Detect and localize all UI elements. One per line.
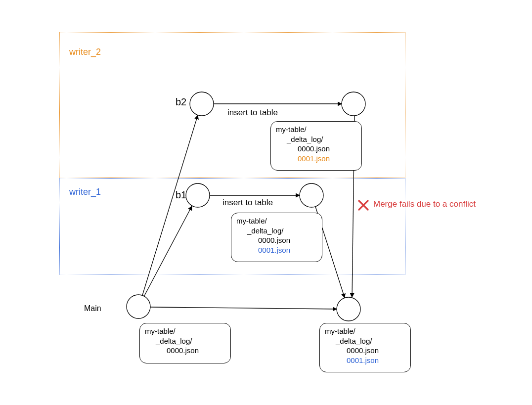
card-main-end-delta-log: my-table/ _delta_log/ 0000.json 0001.jso…: [319, 323, 411, 372]
node-b2: [190, 92, 214, 116]
card-b2-line-2: _delta_log/: [287, 135, 356, 144]
card-main-start-line-2: _delta_log/: [156, 336, 225, 346]
card-b2-delta-log: my-table/ _delta_log/ 0000.json 0001.jso…: [270, 121, 362, 171]
node-b1-label: b1: [176, 189, 186, 201]
card-b1-line-2: _delta_log/: [247, 226, 317, 236]
node-b2-after: [342, 92, 365, 116]
card-main-end-line-4: 0001.json: [347, 356, 405, 365]
arrow-main-to-main-end: [150, 307, 337, 309]
node-b1-after: [300, 183, 323, 207]
node-b1: [186, 183, 210, 207]
card-b2-line-4: 0001.json: [298, 154, 356, 164]
card-b1-line-1: my-table/: [236, 216, 317, 226]
edge-b1-insert-label: insert to table: [222, 198, 273, 208]
card-main-end-line-1: my-table/: [325, 326, 405, 336]
card-b2-line-1: my-table/: [276, 125, 356, 135]
edge-b2-insert-label: insert to table: [227, 108, 278, 118]
node-main-end: [337, 297, 360, 321]
card-main-end-line-2: _delta_log/: [336, 336, 405, 346]
card-b1-line-3: 0000.json: [258, 235, 317, 245]
card-main-start-line-3: 0000.json: [167, 346, 225, 356]
card-main-start-delta-log: my-table/ _delta_log/ 0000.json: [139, 323, 231, 363]
node-main-start: [127, 295, 150, 318]
card-b2-line-3: 0000.json: [298, 144, 356, 154]
card-main-end-line-3: 0000.json: [347, 346, 405, 356]
card-b1-delta-log: my-table/ _delta_log/ 0000.json 0001.jso…: [231, 213, 322, 262]
arrow-main-to-b2: [142, 115, 198, 295]
merge-fail-label: Merge fails due to a conflict: [373, 199, 476, 209]
merge-fail-x-icon: [359, 201, 368, 210]
card-b1-line-4: 0001.json: [258, 245, 317, 255]
card-main-start-line-1: my-table/: [145, 326, 225, 336]
arrow-main-to-b1: [144, 206, 192, 296]
node-b2-label: b2: [176, 96, 186, 108]
